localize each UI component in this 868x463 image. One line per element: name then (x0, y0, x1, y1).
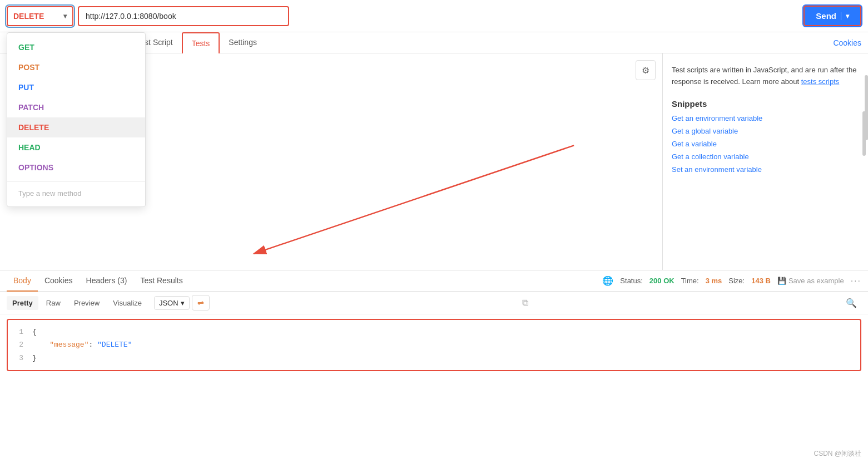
snippet-icon-button[interactable]: ⚙ (636, 60, 656, 80)
line-content-2: "message": "DELETE" (32, 338, 132, 351)
time-label: Time: (681, 277, 699, 285)
chevron-down-icon: ▾ (63, 12, 67, 20)
globe-icon: 🌐 (602, 275, 613, 286)
more-options-button[interactable]: ··· (851, 276, 861, 286)
line-content-1: { (32, 326, 37, 338)
snippet-get-global-var[interactable]: Get a global variable (672, 127, 859, 135)
method-dropdown-menu: GET POST PUT PATCH DELETE HEAD OPTIONS T… (7, 32, 146, 207)
response-meta: 🌐 Status: 200 OK Time: 3 ms Size: 143 B … (602, 275, 861, 286)
url-input[interactable] (78, 6, 289, 26)
send-chevron-icon: ▾ (841, 12, 849, 20)
time-value: 3 ms (706, 277, 722, 285)
send-button[interactable]: Send ▾ (803, 6, 861, 26)
response-tab-body[interactable]: Body (7, 270, 38, 292)
save-example-button[interactable]: 💾 Save as example (777, 277, 844, 285)
dropdown-item-delete[interactable]: DELETE (7, 117, 145, 137)
response-tab-test-results[interactable]: Test Results (133, 270, 189, 292)
tab-tests[interactable]: Tests (182, 32, 220, 53)
code-line-3: 3 } (14, 352, 854, 365)
tests-scripts-link[interactable]: tests scripts (801, 77, 840, 86)
dropdown-item-options[interactable]: OPTIONS (7, 157, 145, 178)
json-chevron-icon: ▾ (181, 299, 185, 307)
line-num-1: 1 (14, 326, 23, 338)
search-button[interactable]: 🔍 (841, 295, 861, 311)
svg-line-1 (254, 145, 574, 254)
right-panel: Test scripts are written in JavaScript, … (662, 53, 868, 270)
format-tab-pretty[interactable]: Pretty (7, 296, 38, 310)
line-num-2: 2 (14, 338, 23, 351)
format-tab-visualize[interactable]: Visualize (107, 296, 147, 310)
info-text: Test scripts are written in JavaScript, … (672, 65, 859, 88)
response-tab-cookies[interactable]: Cookies (38, 270, 80, 292)
status-label: Status: (620, 277, 642, 285)
method-text: DELETE (13, 12, 60, 21)
snippet-get-collection-var[interactable]: Get a collection variable (672, 152, 859, 161)
code-line-1: 1 { (14, 326, 854, 338)
dropdown-item-patch[interactable]: PATCH (7, 97, 145, 117)
json-format-select[interactable]: JSON ▾ (154, 296, 190, 310)
dropdown-item-head[interactable]: HEAD (7, 137, 145, 157)
snippets-title: Snippets (672, 99, 859, 109)
response-tab-headers[interactable]: Headers (3) (80, 270, 134, 292)
format-tab-preview[interactable]: Preview (68, 296, 105, 310)
top-bar: DELETE ▾ Send ▾ (0, 0, 868, 32)
size-label: Size: (728, 277, 745, 285)
page-scrollbar[interactable] (862, 111, 866, 156)
size-value: 143 B (751, 277, 771, 285)
response-area: Body Cookies Headers (3) Test Results 🌐 … (0, 270, 868, 371)
code-line-2: 2 "message": "DELETE" (14, 338, 854, 351)
response-tabs-bar: Body Cookies Headers (3) Test Results 🌐 … (0, 270, 868, 292)
line-content-3: } (32, 352, 37, 365)
dropdown-item-get[interactable]: GET (7, 37, 145, 57)
dropdown-new-method[interactable]: Type a new method (7, 185, 145, 202)
tab-settings[interactable]: Settings (220, 32, 266, 53)
snippet-get-var[interactable]: Get a variable (672, 140, 859, 148)
filter-button[interactable]: ⇌ (192, 295, 210, 311)
save-icon: 💾 (777, 277, 786, 285)
snippet-set-env-var[interactable]: Set an environment variable (672, 165, 859, 174)
dropdown-item-put[interactable]: PUT (7, 77, 145, 97)
format-bar: Pretty Raw Preview Visualize JSON ▾ ⇌ ⧉ … (0, 292, 868, 314)
method-dropdown[interactable]: DELETE ▾ (7, 6, 73, 26)
dropdown-divider (7, 181, 145, 181)
format-tab-raw[interactable]: Raw (41, 296, 66, 310)
send-label: Send (816, 11, 836, 21)
dropdown-item-post[interactable]: POST (7, 57, 145, 77)
cookies-link[interactable]: Cookies (833, 38, 861, 47)
copy-button[interactable]: ⧉ (518, 295, 533, 310)
line-num-3: 3 (14, 352, 23, 365)
status-value: 200 OK (649, 277, 674, 285)
code-area: 1 { 2 "message": "DELETE" 3 } (7, 319, 861, 371)
snippet-get-env-var[interactable]: Get an environment variable (672, 114, 859, 122)
